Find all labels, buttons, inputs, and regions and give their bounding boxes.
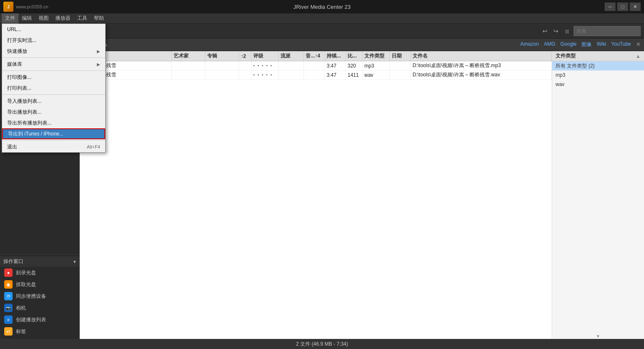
sidebar-op-burn[interactable]: ● 刻录光盘 [0,267,79,279]
sidebar-op-rip[interactable]: ◉ 抓取光盘 [0,279,79,290]
filetype-scroll-up-icon[interactable]: ▲ [636,53,641,59]
filetype-header-label: 文件类型 [556,52,576,60]
track-cell-genre [279,70,304,79]
search-input[interactable] [574,26,641,36]
minimize-button[interactable]: ─ [605,3,615,11]
file-dropdown-menu: URL... 打开实时流... 快速播放 ▶ 媒体库 ▶ 打印图像... 打印列… [2,23,106,153]
nav-link-amazon[interactable]: Amazon [520,41,539,48]
track-cell-bitrate: 320 [346,61,363,70]
window-controls: ─ □ ✕ [605,3,641,11]
col-header-rating[interactable]: 评级 [252,51,279,61]
filetype-item-wav[interactable]: wav [552,80,644,89]
sidebar-op-create-playlist[interactable]: ≡ 创建播放列表 [0,314,79,326]
menu-item-tools[interactable]: 工具 [74,13,91,23]
menu-import-playlist[interactable]: 导入播放列表... [2,96,105,107]
media-library-submenu-icon: ▶ [97,62,100,67]
col-header-bitrate[interactable]: 比... [346,51,363,61]
filetype-panel-header: 文件类型 ▲ [552,51,644,61]
nav-links: Amazon AMG Google 图像 Wiki YouTube ✕ [520,41,641,48]
filetype-item-all[interactable]: 所有 文件类型 (2) [552,61,644,70]
rip-disc-label: 抓取光盘 [16,281,36,288]
app-logo: J [3,2,13,12]
operations-arrow-icon: ▾ [73,259,76,265]
menu-print-list[interactable]: 打印列表... [2,83,105,94]
watermark-text: www.pc0359.cn [16,4,48,9]
filetype-scroll-down-icon[interactable]: ▼ [596,334,600,339]
track-cell-rating: • • • • • [252,61,279,70]
track-cell-duration: 3:47 [325,61,346,70]
nav-link-wiki[interactable]: Wiki [597,41,606,48]
forward-icon[interactable]: ↪ [552,27,560,35]
nav-link-youtube[interactable]: YouTube [611,41,631,48]
menu-item-file[interactable]: 文件 [2,13,18,23]
status-text: 2 文件 (46.9 MB - 7:34) [296,341,348,348]
column-headers: 名称 艺术家 专辑 ↑2 评级 流派 音...↑4 持续... 比... 文件类… [80,51,552,61]
status-bar: 2 文件 (46.9 MB - 7:34) [0,339,644,349]
menu-export-playlist[interactable]: 导出播放列表... [2,107,105,117]
maximize-button[interactable]: □ [617,3,628,11]
col-header-audio[interactable]: 音...↑4 [304,51,325,61]
menu-separator-1 [2,57,105,58]
menu-item-edit[interactable]: 编辑 [18,13,35,23]
nav-link-google[interactable]: Google [560,41,576,48]
menu-exit[interactable]: 退出 Alt+F4 [2,141,105,152]
title-bar-left: J www.pc0359.cn [3,2,48,12]
nav-link-image[interactable]: 图像 [582,41,592,48]
sidebar-op-camera[interactable]: 📷 相机 [0,302,79,314]
track-cell-bitrate: 1411 [346,70,363,79]
menu-item-player[interactable]: 播放器 [52,13,74,23]
menu-print-image[interactable]: 打印图像... [2,72,105,83]
col-header-album[interactable]: 专辑 [205,51,239,61]
col-header-col3[interactable]: ↑2 [239,51,252,61]
exit-shortcut: Alt+F4 [87,144,100,149]
col-header-filename[interactable]: 文件名 [411,51,552,61]
menu-bar: 文件 编辑 视图 播放器 工具 帮助 [0,13,644,23]
track-row[interactable]: 许嵩 - 断桥残雪 • • • • • 3:47 1411 wav D:\too [80,70,552,80]
filetype-panel: 文件类型 ▲ 所有 文件类型 (2) mp3 wav ▼ [552,51,644,339]
tag-icon: 🏷 [4,327,13,336]
menu-open-stream[interactable]: 打开实时流... [2,35,105,46]
col-header-date[interactable]: 日期 [390,51,411,61]
quick-play-submenu-icon: ▶ [97,49,100,54]
window-title: JRiver Media Center 23 [293,4,351,10]
filetype-item-mp3[interactable]: mp3 [552,70,644,80]
burn-disc-icon: ● [4,268,13,277]
camera-icon: 📷 [4,304,13,312]
track-cell-filetype: wav [363,70,390,79]
close-button[interactable]: ✕ [630,3,641,11]
title-bar: J www.pc0359.cn JRiver Media Center 23 ─… [0,0,644,13]
nav-link-amg[interactable]: AMG [544,41,555,48]
sync-device-icon: ⟳ [4,292,13,300]
col-header-genre[interactable]: 流派 [279,51,304,61]
track-cell-audio [304,61,325,70]
menu-url[interactable]: URL... [2,24,105,35]
adjust-icon[interactable]: ⫼ [563,27,572,35]
menu-item-help[interactable]: 帮助 [91,13,107,23]
menu-quick-play[interactable]: 快速播放 ▶ [2,46,105,57]
col-header-duration[interactable]: 持续... [325,51,346,61]
menu-item-view[interactable]: 视图 [35,13,52,23]
filetype-list: 所有 文件类型 (2) mp3 wav [552,61,644,334]
burn-disc-label: 刻录光盘 [16,269,36,276]
operations-panel-title[interactable]: 操作窗口 ▾ [0,256,79,267]
track-cell-rating: • • • • • [252,70,279,79]
sidebar-op-sync[interactable]: ⟳ 同步便携设备 [0,290,79,302]
create-playlist-icon: ≡ [4,315,13,324]
track-row[interactable]: 许嵩 - 断桥残雪 • • • • • 3:47 320 mp3 D:\tool [80,61,552,70]
back-icon[interactable]: ↩ [541,27,549,35]
menu-separator-3 [2,94,105,95]
menu-separator-4 [2,140,105,141]
track-cell-filetype: mp3 [363,61,390,70]
nav-close-icon[interactable]: ✕ [636,41,641,48]
col-header-artist[interactable]: 艺术家 [172,51,205,61]
menu-export-itunes[interactable]: 导出到 iTunes / iPhone... [2,128,105,139]
menu-export-all-playlists[interactable]: 导出所有播放列表... [2,117,105,128]
rip-disc-icon: ◉ [4,280,13,289]
sidebar-op-tag[interactable]: 🏷 标签 [0,326,79,337]
track-cell-album [205,61,239,70]
track-cell-filename: D:\tools\桌面\视频\许嵩 – 断桥残雪.mp3 [411,61,552,70]
menu-media-library[interactable]: 媒体库 ▶ [2,59,105,70]
col-header-filetype[interactable]: 文件类型 [363,51,390,61]
track-cell-filename: D:\tools\桌面\视频\许嵩 – 断桥残雪.wav [411,70,552,79]
track-cell-artist [172,61,205,70]
